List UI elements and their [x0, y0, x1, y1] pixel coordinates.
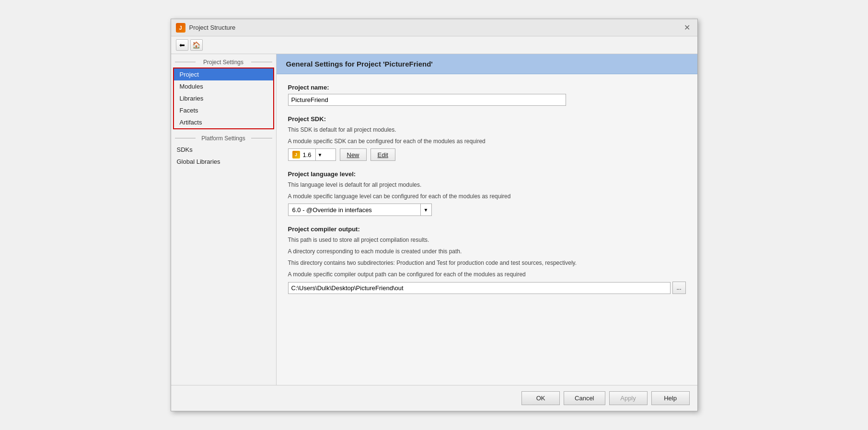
sidebar-item-modules[interactable]: Modules — [174, 80, 273, 92]
browse-icon: ... — [676, 284, 681, 291]
project-name-input[interactable] — [288, 94, 566, 106]
main-content: General Settings for Project 'PictureFri… — [277, 54, 697, 385]
sidebar-item-facets[interactable]: Facets — [174, 104, 273, 116]
sidebar-item-libraries[interactable]: Libraries — [174, 92, 273, 104]
project-compiler-section: Project compiler output: This path is us… — [288, 226, 686, 294]
ok-button[interactable]: OK — [521, 391, 560, 405]
sidebar-item-sdks[interactable]: SDKs — [171, 144, 276, 156]
back-button[interactable]: ⬅ — [176, 39, 188, 51]
sdk-row: J 1.6 ▼ New Edit — [288, 148, 686, 161]
project-sdk-desc2: A module specific SDK can be configured … — [288, 137, 686, 146]
sidebar: Project Settings Project Modules Librari… — [171, 54, 277, 385]
sdk-edit-button[interactable]: Edit — [370, 148, 395, 161]
compiler-output-row: ... — [288, 282, 686, 294]
main-header: General Settings for Project 'PictureFri… — [277, 54, 697, 74]
project-compiler-desc3: This directory contains two subdirectori… — [288, 259, 686, 267]
content-area: Project Settings Project Modules Librari… — [171, 54, 697, 385]
language-level-dropdown[interactable]: 6.0 - @Override in interfaces ▼ — [288, 204, 432, 216]
project-language-desc1: This language level is default for all p… — [288, 181, 686, 189]
java-sdk-icon: J — [292, 151, 300, 158]
home-icon: 🏠 — [192, 41, 200, 49]
sdk-version-label: 1.6 — [303, 151, 312, 158]
sidebar-item-project[interactable]: Project — [174, 68, 273, 80]
project-compiler-desc4: A module specific compiler output path c… — [288, 270, 686, 279]
project-sdk-label: Project SDK: — [288, 115, 686, 123]
sidebar-item-artifacts[interactable]: Artifacts — [174, 116, 273, 128]
language-level-value: 6.0 - @Override in interfaces — [289, 205, 420, 215]
project-settings-section-label: Project Settings — [171, 56, 276, 68]
footer: OK Cancel Apply Help — [171, 385, 697, 411]
home-button[interactable]: 🏠 — [190, 39, 203, 51]
toolbar: ⬅ 🏠 — [171, 36, 697, 54]
project-structure-dialog: J Project Structure ✕ ⬅ 🏠 Project Settin… — [171, 19, 698, 411]
project-name-section: Project name: — [288, 84, 686, 106]
project-compiler-desc1: This path is used to store all project c… — [288, 236, 686, 244]
project-name-label: Project name: — [288, 84, 686, 91]
cancel-button[interactable]: Cancel — [564, 391, 605, 405]
project-language-label: Project language level: — [288, 170, 686, 178]
browse-button[interactable]: ... — [672, 282, 686, 294]
language-level-arrow-icon: ▼ — [420, 204, 431, 215]
project-compiler-desc2: A directory corresponding to each module… — [288, 247, 686, 256]
title-bar: J Project Structure ✕ — [171, 19, 697, 36]
sdk-new-button[interactable]: New — [340, 148, 367, 161]
apply-button[interactable]: Apply — [609, 391, 648, 405]
title-bar-left: J Project Structure — [176, 23, 236, 33]
sdk-dropdown[interactable]: J 1.6 ▼ — [288, 148, 336, 161]
help-button[interactable]: Help — [651, 391, 690, 405]
platform-settings-section-label: Platform Settings — [171, 132, 276, 144]
compiler-output-input[interactable] — [288, 282, 671, 294]
window-title: Project Structure — [189, 24, 236, 31]
close-button[interactable]: ✕ — [682, 23, 693, 33]
app-icon: J — [176, 23, 185, 33]
project-compiler-label: Project compiler output: — [288, 226, 686, 233]
main-body: Project name: Project SDK: This SDK is d… — [277, 74, 697, 385]
project-sdk-section: Project SDK: This SDK is default for all… — [288, 115, 686, 161]
project-language-section: Project language level: This language le… — [288, 170, 686, 216]
project-settings-group: Project Modules Libraries Facets Artifac… — [173, 68, 274, 129]
sdk-dropdown-arrow[interactable]: ▼ — [315, 149, 324, 160]
project-language-desc2: A module specific language level can be … — [288, 192, 686, 201]
project-sdk-desc1: This SDK is default for all project modu… — [288, 125, 686, 134]
back-icon: ⬅ — [179, 41, 185, 49]
sidebar-item-global-libraries[interactable]: Global Libraries — [171, 156, 276, 168]
